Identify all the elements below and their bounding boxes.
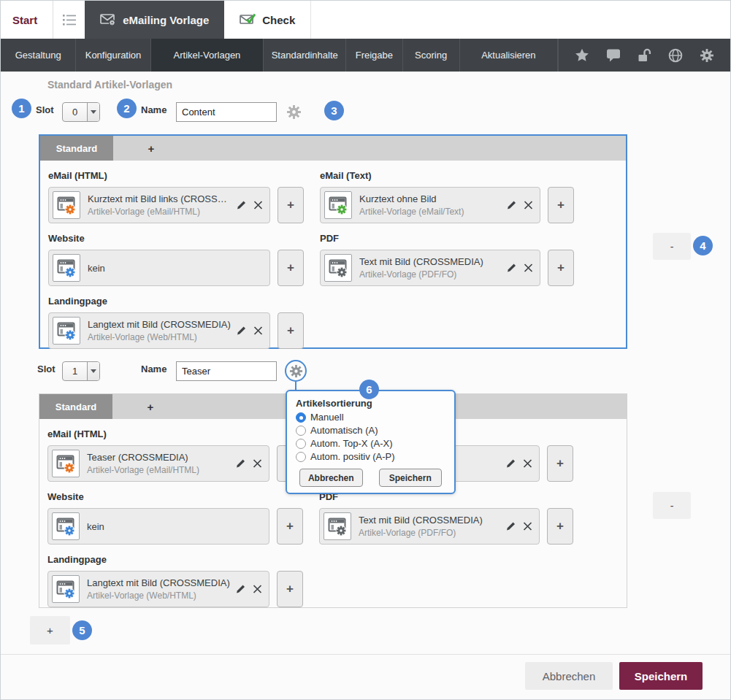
dropdown-arrow-icon[interactable] [87, 362, 99, 380]
add-template-button[interactable]: + [277, 508, 303, 545]
start-link[interactable]: Start [1, 1, 53, 39]
name-input[interactable] [176, 102, 277, 122]
template-item[interactable]: Text mit Bild (CROSSMEDIA) Artikel-Vorla… [320, 250, 540, 286]
add-template-button[interactable]: + [278, 312, 304, 349]
slot-settings-gear-icon[interactable] [285, 360, 307, 382]
annotation-badge-2: 2 [117, 99, 137, 118]
edit-icon[interactable] [236, 200, 247, 211]
template-item[interactable]: Kurztext mit Bild links (CROSSME… Artike… [48, 187, 270, 223]
add-variant-tab[interactable]: + [112, 394, 188, 419]
radio-icon[interactable] [296, 439, 306, 449]
slot-select[interactable]: 1 [62, 361, 100, 381]
tab-standard[interactable]: Standard [40, 136, 113, 161]
add-variant-tab[interactable]: + [113, 136, 189, 161]
template-item[interactable]: Langtext mit Bild (CROSSMEDIA) Artikel-V… [48, 312, 270, 349]
template-title: Text mit Bild (CROSSMEDIA) [359, 515, 502, 526]
add-template-button[interactable]: + [277, 571, 303, 607]
settings-gear-icon[interactable] [700, 48, 714, 63]
tab-emailing-vorlage[interactable]: eMailing Vorlage [85, 1, 224, 39]
save-button[interactable]: Speichern [619, 662, 703, 690]
remove-slot-button[interactable]: - [653, 233, 691, 260]
radio-option-autom-top-x[interactable]: Autom. Top-X (A-X) [296, 438, 445, 449]
nav-item-artikel-vorlagen[interactable]: Artikel-Vorlagen [151, 39, 264, 72]
mail-check-icon [240, 13, 256, 26]
channel-label: Website [47, 491, 303, 502]
nav-item-aktualisieren[interactable]: Aktualisieren [460, 39, 558, 72]
radio-option-manuell[interactable]: Manuell [296, 412, 445, 423]
app-window: Start [0, 0, 731, 700]
popup-cancel-button[interactable]: Abbrechen [299, 469, 363, 487]
remove-slot-button[interactable]: - [653, 492, 691, 519]
nav-item-gestaltung[interactable]: Gestaltung [1, 39, 76, 72]
template-item[interactable]: kein [48, 250, 270, 286]
annotation-badge-5: 5 [72, 620, 92, 640]
cancel-button[interactable]: Abbrechen [525, 662, 613, 690]
edit-icon[interactable] [235, 458, 246, 469]
edit-icon[interactable] [505, 458, 516, 469]
radio-icon[interactable] [296, 426, 306, 436]
channel-label: Landingpage [48, 296, 304, 307]
radio-icon[interactable] [296, 452, 306, 462]
remove-icon[interactable] [253, 585, 262, 594]
slot-settings-gear-icon[interactable] [286, 104, 302, 123]
tab-list-button[interactable] [53, 1, 85, 39]
annotation-badge-4: 4 [693, 236, 713, 255]
name-input[interactable] [176, 361, 277, 381]
remove-icon[interactable] [524, 264, 533, 273]
article-template-icon [324, 191, 352, 219]
edit-icon[interactable] [506, 200, 517, 211]
channel-pdf: PDF [320, 223, 574, 286]
popup-save-button[interactable]: Speichern [379, 469, 443, 487]
radio-selected-icon[interactable] [296, 412, 306, 423]
channel-label: Landingpage [47, 554, 303, 565]
edit-icon[interactable] [235, 584, 246, 595]
globe-icon[interactable] [668, 48, 683, 63]
template-item[interactable]: Kurztext ohne Bild Artikel-Vorlage (eMai… [320, 187, 540, 223]
article-template-icon [324, 254, 352, 282]
template-item[interactable]: kein [47, 508, 269, 545]
template-subtitle: Artikel-Vorlage (Web/HTML) [88, 332, 233, 342]
remove-icon[interactable] [253, 459, 262, 469]
add-slot-button[interactable]: + [30, 616, 70, 645]
section-nav-bar: Gestaltung Konfiguration Artikel-Vorlage… [1, 39, 730, 72]
article-template-icon [52, 575, 80, 603]
nav-item-konfiguration[interactable]: Konfiguration [76, 39, 150, 72]
unlock-icon[interactable] [638, 48, 651, 62]
channel-landingpage: Landingpage [47, 545, 303, 607]
add-template-button[interactable]: + [547, 445, 573, 482]
add-template-button[interactable]: + [547, 508, 573, 545]
article-template-icon [324, 512, 351, 540]
edit-icon[interactable] [505, 521, 516, 532]
nav-item-freigabe[interactable]: Freigabe [346, 39, 402, 72]
nav-item-standardinhalte[interactable]: Standardinhalte [264, 39, 346, 72]
remove-icon[interactable] [523, 459, 532, 469]
add-template-button[interactable]: + [278, 187, 304, 223]
radio-option-autom-positiv[interactable]: Autom. positiv (A-P) [296, 451, 445, 462]
dropdown-arrow-icon[interactable] [87, 103, 99, 121]
add-template-button[interactable]: + [548, 250, 574, 286]
template-item[interactable]: Teaser (CROSSMEDIA) Artikel-Vorlage (eMa… [47, 445, 269, 482]
radio-option-automatisch[interactable]: Automatisch (A) [296, 425, 445, 436]
page-title: Standard Artikel-Vorlagen [47, 79, 172, 91]
nav-item-scoring[interactable]: Scoring [403, 39, 460, 72]
channel-email-html: eMail (HTML) [47, 419, 303, 482]
tab-check[interactable]: Check [224, 1, 311, 39]
template-item[interactable]: Langtext mit Bild (CROSSMEDIA) Artikel-V… [47, 571, 269, 607]
remove-icon[interactable] [524, 201, 533, 210]
template-subtitle: Artikel-Vorlage (Web/HTML) [87, 591, 232, 601]
template-item[interactable]: Text mit Bild (CROSSMEDIA) Artikel-Vorla… [319, 508, 540, 545]
remove-icon[interactable] [253, 201, 263, 210]
edit-icon[interactable] [506, 263, 517, 274]
add-template-button[interactable]: + [278, 250, 304, 286]
star-icon[interactable] [575, 48, 589, 62]
comment-icon[interactable] [606, 48, 621, 62]
add-template-button[interactable]: + [548, 187, 574, 223]
article-template-icon [53, 254, 80, 282]
channel-email-html: eMail (HTML) [48, 161, 304, 223]
radio-label: Manuell [310, 412, 344, 423]
remove-icon[interactable] [523, 522, 532, 531]
remove-icon[interactable] [253, 326, 263, 336]
tab-standard[interactable]: Standard [39, 394, 112, 419]
slot-select[interactable]: 0 [62, 102, 100, 122]
edit-icon[interactable] [236, 326, 247, 336]
